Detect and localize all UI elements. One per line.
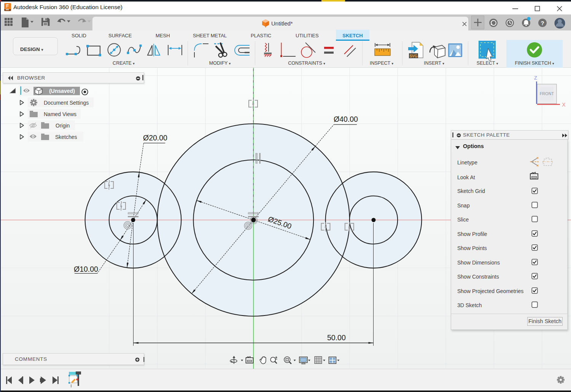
svg-text:Ø40.00: Ø40.00 xyxy=(334,115,358,123)
svg-text:Ø10.00: Ø10.00 xyxy=(74,265,98,273)
svg-text:?: ? xyxy=(541,20,544,26)
svg-text:Z: Z xyxy=(534,75,537,81)
svg-text:Ø20.00: Ø20.00 xyxy=(143,134,167,142)
svg-text:50.00: 50.00 xyxy=(327,333,346,342)
svg-text:FRONT: FRONT xyxy=(540,91,554,96)
svg-text:X: X xyxy=(562,102,566,108)
svg-text:SVG: SVG xyxy=(409,54,417,58)
